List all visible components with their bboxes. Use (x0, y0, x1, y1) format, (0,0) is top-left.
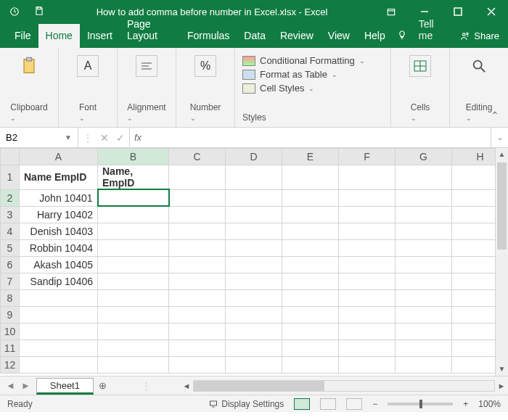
cell[interactable] (396, 206, 452, 223)
alignment-button[interactable] (125, 52, 168, 77)
cell[interactable] (396, 339, 452, 356)
cell[interactable]: Name, EmpID (98, 165, 169, 190)
cell[interactable] (226, 189, 282, 206)
view-page-layout-button[interactable] (320, 398, 336, 410)
display-settings-button[interactable]: Display Settings (208, 399, 284, 409)
cell[interactable] (98, 339, 169, 356)
cell[interactable] (452, 339, 496, 356)
cell[interactable] (282, 289, 339, 306)
cell[interactable] (282, 339, 339, 356)
cell[interactable] (452, 356, 496, 373)
cell[interactable] (282, 165, 339, 190)
cell[interactable] (396, 356, 452, 373)
cell[interactable] (282, 223, 339, 239)
cell[interactable] (452, 239, 496, 256)
cell[interactable] (396, 223, 452, 239)
cell[interactable] (396, 289, 452, 306)
cell[interactable] (452, 206, 496, 223)
cell[interactable] (282, 306, 339, 323)
enter-icon[interactable]: ✓ (116, 132, 125, 144)
cell[interactable] (98, 323, 169, 339)
cell[interactable] (169, 306, 226, 323)
row-header[interactable]: 12 (1, 356, 20, 373)
view-page-break-button[interactable] (346, 398, 362, 410)
cell[interactable] (226, 239, 282, 256)
tab-page-layout[interactable]: Page Layout (120, 12, 180, 48)
row-header[interactable]: 3 (1, 206, 20, 223)
cell[interactable] (226, 323, 282, 339)
cell[interactable] (169, 206, 226, 223)
name-box-input[interactable] (6, 132, 57, 143)
horizontal-scrollbar[interactable]: ⋮ ◄ ► (142, 376, 508, 395)
cell[interactable] (339, 239, 396, 256)
cell[interactable] (226, 339, 282, 356)
cell[interactable] (339, 223, 396, 239)
cell[interactable]: Denish 10403 (20, 223, 98, 239)
col-header[interactable]: C (169, 149, 226, 165)
sheet-tab[interactable]: Sheet1 (36, 378, 94, 395)
cell[interactable] (282, 206, 339, 223)
cell[interactable] (169, 323, 226, 339)
cell[interactable] (226, 289, 282, 306)
cell[interactable] (98, 273, 169, 289)
tell-me[interactable]: Tell me (411, 12, 452, 48)
cell[interactable] (452, 223, 496, 239)
cell-selected[interactable] (98, 189, 169, 206)
col-header[interactable]: D (226, 149, 282, 165)
tab-help[interactable]: Help (357, 24, 393, 48)
col-header[interactable]: H (452, 149, 496, 165)
cell[interactable] (226, 273, 282, 289)
cell[interactable] (282, 356, 339, 373)
cell-styles-button[interactable]: Cell Styles ⌄ (242, 83, 383, 94)
col-header[interactable]: G (396, 149, 452, 165)
expand-formula-bar-icon[interactable]: ⌄ (491, 128, 508, 147)
cell[interactable] (339, 273, 396, 289)
cell[interactable] (339, 356, 396, 373)
grid-table[interactable]: A B C D E F G H 1Name EmpIDName, EmpID 2… (0, 148, 495, 374)
cell[interactable] (98, 206, 169, 223)
row-header[interactable]: 1 (1, 165, 20, 190)
tab-insert[interactable]: Insert (80, 24, 120, 48)
cell[interactable] (339, 339, 396, 356)
col-header[interactable]: A (20, 149, 98, 165)
add-sheet-button[interactable]: ⊕ (94, 376, 112, 395)
cell[interactable] (169, 356, 226, 373)
cancel-icon[interactable]: ✕ (100, 132, 109, 144)
cell[interactable] (98, 256, 169, 273)
cell[interactable] (339, 256, 396, 273)
scroll-right-icon[interactable]: ► (495, 382, 508, 390)
cell[interactable]: Name EmpID (20, 165, 98, 190)
select-all-corner[interactable] (1, 149, 20, 165)
cell[interactable]: Harry 10402 (20, 206, 98, 223)
cell[interactable] (226, 306, 282, 323)
ribbon-options-icon[interactable] (374, 0, 408, 23)
format-as-table-button[interactable]: Format as Table ⌄ (242, 69, 383, 80)
cell[interactable] (452, 289, 496, 306)
cell[interactable] (169, 289, 226, 306)
cell[interactable] (20, 323, 98, 339)
cell[interactable] (396, 239, 452, 256)
cell[interactable] (226, 165, 282, 190)
row-header[interactable]: 7 (1, 273, 20, 289)
tab-formulas[interactable]: Formulas (180, 24, 237, 48)
zoom-slider[interactable] (388, 403, 453, 405)
cell[interactable] (20, 289, 98, 306)
row-header[interactable]: 2 (1, 189, 20, 206)
row-header[interactable]: 11 (1, 339, 20, 356)
chevron-down-icon[interactable]: ▼ (65, 133, 72, 141)
cell[interactable] (339, 289, 396, 306)
cell[interactable] (396, 273, 452, 289)
cell[interactable] (282, 273, 339, 289)
scroll-down-icon[interactable]: ▼ (496, 363, 508, 376)
share-button[interactable]: Share (451, 25, 508, 48)
cell[interactable] (20, 356, 98, 373)
scroll-up-icon[interactable]: ▲ (496, 148, 508, 161)
cell[interactable] (396, 165, 452, 190)
cell[interactable] (20, 306, 98, 323)
cell[interactable] (339, 165, 396, 190)
number-button[interactable]: % (184, 52, 227, 77)
close-button[interactable] (475, 0, 508, 23)
cells-button[interactable] (398, 52, 442, 77)
cell[interactable]: Akash 10405 (20, 256, 98, 273)
name-box[interactable]: ▼ (0, 128, 78, 147)
